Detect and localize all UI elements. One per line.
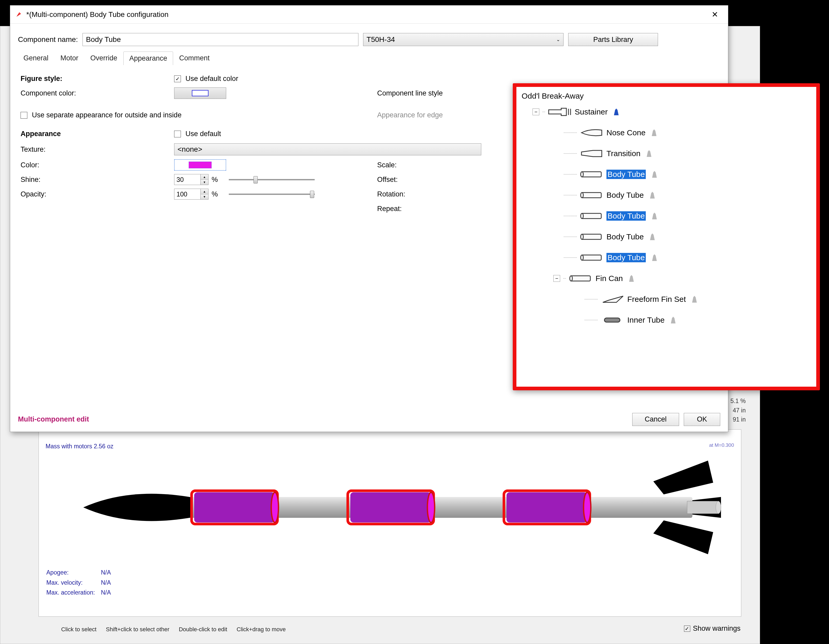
mass-icon — [612, 109, 620, 115]
mass-icon — [650, 129, 658, 136]
appearance-header: Appearance — [20, 130, 174, 138]
tree-node-sustainer[interactable]: − Sustainer — [522, 101, 811, 122]
texture-label: Texture: — [20, 145, 174, 154]
multi-component-edit-label: Multi-component edit — [18, 415, 89, 424]
svg-rect-19 — [582, 192, 601, 198]
transition-icon — [580, 149, 603, 158]
svg-point-9 — [427, 492, 435, 523]
svg-point-14 — [716, 501, 721, 513]
texture-dropdown[interactable]: <none> — [174, 143, 481, 155]
use-separate-label: Use separate appearance for outside and … — [32, 111, 182, 119]
opacity-slider[interactable] — [229, 190, 315, 198]
svg-point-12 — [583, 492, 591, 523]
mass-icon — [651, 171, 658, 178]
flight-stats: Apogee:N/A Max. velocity:N/A Max. accele… — [46, 567, 117, 598]
tab-override[interactable]: Override — [84, 51, 123, 65]
mass-with-motors-label: Mass with motors 2.56 oz — [46, 443, 113, 450]
color-label: Color: — [20, 161, 174, 169]
tab-general[interactable]: General — [17, 51, 54, 65]
component-name-input[interactable] — [82, 33, 358, 46]
component-name-label: Component name: — [18, 35, 78, 44]
tab-motor[interactable]: Motor — [54, 51, 84, 65]
svg-rect-25 — [582, 255, 601, 260]
tree-node-item[interactable]: Inner Tube — [522, 310, 811, 331]
component-tree-overlay: Odd'l Break-Away − Sustainer Nose Cone T… — [513, 83, 820, 390]
mass-icon — [651, 213, 658, 219]
svg-rect-21 — [582, 213, 601, 219]
cancel-button[interactable]: Cancel — [632, 413, 679, 426]
svg-point-24 — [581, 234, 583, 239]
opacity-spinner[interactable]: ▲▼ — [174, 189, 208, 200]
svg-rect-13 — [687, 501, 719, 513]
dialog-title: *(Multi-component) Body Tube configurati… — [26, 10, 706, 19]
svg-point-22 — [581, 213, 583, 219]
svg-point-6 — [271, 492, 279, 523]
offset-label: Offset: — [377, 176, 500, 184]
component-color-swatch[interactable] — [174, 87, 226, 99]
tree-node-fincan[interactable]: − Fin Can — [522, 268, 811, 289]
innertube-icon — [601, 315, 624, 325]
svg-point-18 — [581, 172, 583, 177]
tree-node-item[interactable]: Nose Cone — [522, 122, 811, 143]
shine-spinner[interactable]: ▲▼ — [174, 174, 208, 185]
ok-button[interactable]: OK — [684, 413, 720, 426]
shine-label: Shine: — [20, 176, 174, 184]
svg-point-28 — [570, 276, 572, 281]
show-warnings-checkbox[interactable]: ✓ Show warnings — [684, 625, 741, 633]
use-separate-checkbox[interactable] — [20, 112, 27, 119]
tree-node-item[interactable]: Body Tube — [522, 206, 811, 227]
use-default-checkbox[interactable] — [174, 131, 181, 137]
stage-icon — [548, 107, 572, 117]
rocket-icon — [15, 11, 23, 19]
appearance-edge-label: Appearance for edge — [377, 111, 443, 119]
svg-rect-8 — [350, 492, 431, 523]
shine-slider[interactable] — [229, 176, 315, 183]
tree-root-label[interactable]: Odd'l Break-Away — [522, 91, 811, 101]
use-default-color-checkbox[interactable]: ✓ — [174, 76, 181, 82]
parts-library-button[interactable]: Parts Library — [568, 33, 658, 46]
tube-icon — [580, 232, 603, 241]
repeat-label: Repeat: — [377, 205, 500, 213]
nosecone-icon — [580, 128, 603, 137]
tube-icon — [580, 211, 603, 220]
appearance-color-swatch[interactable] — [174, 159, 226, 171]
mass-icon — [648, 192, 656, 198]
tree-node-item[interactable]: Freeform Fin Set — [522, 289, 811, 310]
svg-point-20 — [581, 192, 583, 198]
spin-up-icon[interactable]: ▲ — [201, 174, 208, 180]
component-line-style-label: Component line style — [377, 89, 500, 97]
rotation-label: Rotation: — [377, 190, 500, 198]
spin-down-icon[interactable]: ▼ — [201, 180, 208, 185]
collapse-icon[interactable]: − — [553, 275, 560, 282]
figure-style-label: Figure style: — [20, 75, 174, 83]
close-button[interactable]: ✕ — [706, 8, 723, 21]
svg-marker-0 — [653, 461, 713, 494]
use-default-color-label: Use default color — [186, 75, 238, 82]
collapse-icon[interactable]: − — [533, 109, 539, 115]
tube-icon — [580, 191, 603, 200]
svg-rect-29 — [604, 318, 620, 322]
spin-up-icon[interactable]: ▲ — [201, 189, 208, 194]
checkmark-icon: ✓ — [684, 625, 690, 632]
use-default-label: Use default — [186, 130, 221, 138]
tube-icon — [580, 253, 603, 262]
svg-marker-1 — [653, 520, 713, 554]
side-stats: 5.1 % 47 in 91 in — [730, 397, 746, 424]
tube-icon — [580, 170, 603, 179]
svg-rect-17 — [582, 172, 601, 177]
tree-node-item[interactable]: Body Tube — [522, 185, 811, 206]
spin-down-icon[interactable]: ▼ — [201, 194, 208, 200]
preset-dropdown[interactable]: T50H-34 ⌄ — [363, 33, 564, 46]
tube-icon — [569, 274, 593, 283]
tabs: General Motor Override Appearance Commen… — [10, 51, 728, 65]
opacity-label: Opacity: — [20, 190, 174, 198]
svg-rect-27 — [571, 276, 590, 281]
tree-node-item[interactable]: Body Tube — [522, 227, 811, 247]
tree-node-item[interactable]: Body Tube — [522, 164, 811, 185]
scale-label: Scale: — [377, 161, 500, 169]
component-color-label: Component color: — [20, 89, 174, 97]
tab-comment[interactable]: Comment — [173, 51, 216, 65]
tab-appearance[interactable]: Appearance — [123, 52, 173, 65]
tree-node-item[interactable]: Body Tube — [522, 247, 811, 268]
tree-node-item[interactable]: Transition — [522, 143, 811, 164]
